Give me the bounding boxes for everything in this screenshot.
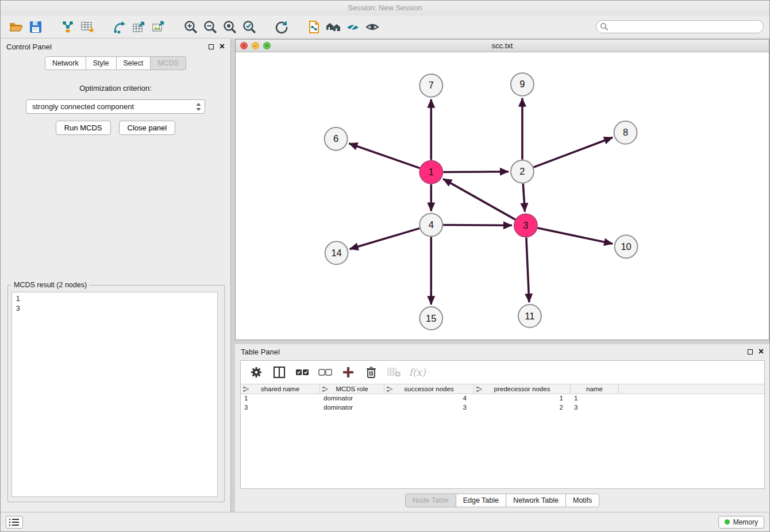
table-cell[interactable]: 2 [474,403,571,413]
control-panel: Control Panel × Network Style Select MCD… [1,39,231,512]
annotation-network-button[interactable] [304,18,324,36]
import-network-button[interactable] [58,18,78,36]
tab-edge-table[interactable]: Edge Table [456,494,506,507]
graph-edge-2-3[interactable] [523,184,525,212]
tab-mcds[interactable]: MCDS [150,56,186,70]
tab-select[interactable]: Select [116,56,151,70]
create-column-button[interactable] [340,364,357,381]
zoom-out-button[interactable] [201,18,220,36]
select-all-columns-button[interactable] [294,364,311,381]
float-table-panel-icon[interactable] [748,349,753,354]
close-panel-icon[interactable]: × [220,43,225,50]
graph-node-label: 11 [525,311,534,321]
float-panel-icon[interactable] [209,44,214,49]
network-canvas[interactable]: 1234678910111415 [236,53,769,340]
application-window: Session: New Session [0,0,770,532]
show-hide-button[interactable] [363,18,382,36]
delete-table-button[interactable] [386,364,403,381]
graph-edge-4-3[interactable] [443,225,512,226]
task-history-button[interactable] [6,516,23,529]
memory-label: Memory [733,518,758,526]
table-cell[interactable]: 4 [384,394,474,403]
function-builder-button[interactable]: f(x) [409,364,426,381]
table-cell[interactable]: 1 [571,394,619,403]
mcds-result-line: 3 [16,304,213,314]
window-title: Session: New Session [1,1,769,16]
export-image-button[interactable] [149,18,168,36]
refresh-view-button[interactable] [272,18,291,36]
zoom-out-icon [203,20,218,34]
close-panel-button[interactable]: Close panel [119,121,176,135]
import-table-button[interactable] [78,18,97,36]
column-label: predecessor nodes [494,385,550,392]
column-header-name[interactable]: name [571,384,619,394]
graph-edge-2-8[interactable] [534,137,613,167]
window-zoom-icon[interactable]: + [263,42,271,49]
table-body: f(x) shared name MCDS role successor nod [240,360,765,489]
table-header-row: shared name MCDS role successor nodes pr… [241,384,764,394]
column-header-mcds-role[interactable]: MCDS role [320,384,384,394]
zoom-in-button[interactable] [181,18,201,36]
export-table-button[interactable] [129,18,149,36]
table-cell[interactable]: 1 [241,394,320,403]
graph-edge-1-6[interactable] [349,144,419,168]
network-graph: 1234678910111415 [236,53,769,340]
column-sort-icon [387,386,393,392]
table-cell[interactable]: 3 [571,403,619,413]
run-mcds-button[interactable]: Run MCDS [56,121,111,135]
delete-table-icon [387,367,401,377]
save-session-button[interactable] [26,18,45,36]
column-header-shared-name[interactable]: shared name [241,384,320,394]
table-settings-button[interactable] [248,364,265,381]
eye-icon [365,20,380,34]
table-cell[interactable]: 3 [241,403,320,413]
show-columns-button[interactable] [271,364,288,381]
table-toolbar: f(x) [241,361,764,384]
delete-column-button[interactable] [363,364,380,381]
graph-node-label: 14 [331,248,341,258]
table-row[interactable]: 3 dominator 3 2 3 [241,403,764,413]
table-cell[interactable]: dominator [320,403,384,413]
tab-style[interactable]: Style [86,56,117,70]
table-cell[interactable]: dominator [320,394,384,403]
save-floppy-icon [28,20,43,34]
open-file-button[interactable] [6,18,26,36]
tab-network[interactable]: Network [45,56,86,70]
home-views-button[interactable] [324,18,343,36]
graph-node-label: 8 [623,127,628,137]
graph-edge-3-11[interactable] [526,237,529,302]
export-network-button[interactable] [110,18,129,36]
search-input[interactable] [596,20,764,33]
open-folder-icon [9,20,24,34]
graph-edge-4-14[interactable] [350,228,420,249]
close-table-panel-icon[interactable]: × [759,348,764,355]
optimization-criterion-label: Optimization criterion: [1,84,230,92]
optimization-select[interactable]: strongly connected component [26,99,205,114]
export-image-icon [151,20,166,34]
table-cell[interactable]: 3 [384,403,474,413]
main-toolbar [1,16,769,38]
graphics-details-button[interactable] [343,18,363,36]
memory-button[interactable]: Memory [718,516,764,529]
zoom-selected-button[interactable] [240,18,259,36]
zoom-fit-button[interactable] [220,18,240,36]
graph-edge-3-10[interactable] [537,228,613,244]
graph-edge-3-1[interactable] [443,179,515,219]
table-cell[interactable]: 1 [474,394,571,403]
column-header-predecessor-nodes[interactable]: predecessor nodes [474,384,571,394]
mcds-result-list[interactable]: 1 3 [11,292,218,497]
tab-motifs[interactable]: Motifs [565,494,599,507]
status-bar: Memory [1,512,769,531]
column-header-successor-nodes[interactable]: successor nodes [384,384,474,394]
unselect-all-columns-button[interactable] [317,364,334,381]
tab-network-table[interactable]: Network Table [506,494,566,507]
column-label: shared name [261,385,299,392]
network-window-titlebar[interactable]: scc.txt × − + [236,40,769,52]
window-close-icon[interactable]: × [240,42,248,49]
refresh-icon [274,20,289,34]
gear-icon [250,366,263,379]
tab-node-table[interactable]: Node Table [405,494,456,507]
graph-edge-1-2[interactable] [443,172,509,172]
table-row[interactable]: 1 dominator 4 1 1 [241,394,764,403]
window-minimize-icon[interactable]: − [252,42,259,49]
